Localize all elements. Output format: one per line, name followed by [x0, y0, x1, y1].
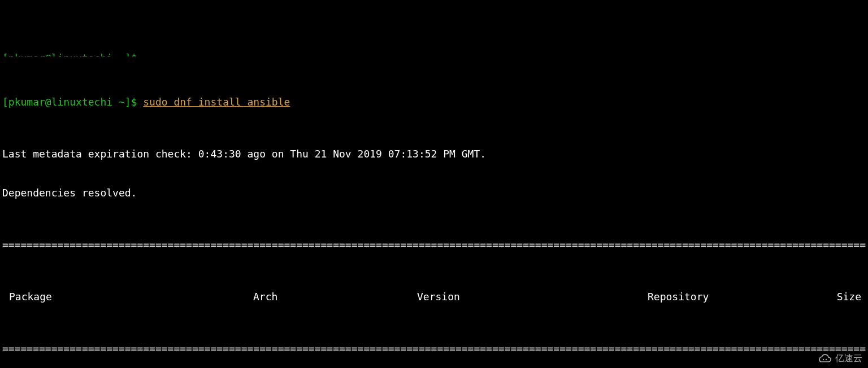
- col-package: Package: [2, 290, 253, 303]
- cloud-icon: [817, 353, 832, 364]
- col-repo: Repository: [648, 290, 795, 303]
- divider: ========================================…: [2, 342, 866, 355]
- col-size: Size: [795, 290, 866, 303]
- terminal[interactable]: [pkumar@linuxtechi ~]$ [pkumar@linuxtech…: [0, 0, 868, 368]
- deps-resolved-line: Dependencies resolved.: [2, 186, 866, 199]
- col-arch: Arch: [253, 290, 417, 303]
- col-version: Version: [417, 290, 648, 303]
- truncated-prompt: [pkumar@linuxtechi ~]$: [2, 52, 137, 56]
- svg-point-0: [823, 358, 824, 360]
- column-header-row: Package Arch Version Repository Size: [2, 290, 866, 303]
- watermark-text: 亿速云: [835, 352, 862, 365]
- divider: ========================================…: [2, 238, 866, 251]
- metadata-line: Last metadata expiration check: 0:43:30 …: [2, 147, 866, 160]
- command-text: sudo dnf install ansible: [143, 96, 290, 108]
- prompt-line: [pkumar@linuxtechi ~]$ sudo dnf install …: [2, 95, 866, 108]
- prompt-user-host: [pkumar@linuxtechi ~]$: [2, 96, 143, 108]
- svg-point-1: [826, 358, 827, 360]
- watermark: 亿速云: [817, 352, 862, 365]
